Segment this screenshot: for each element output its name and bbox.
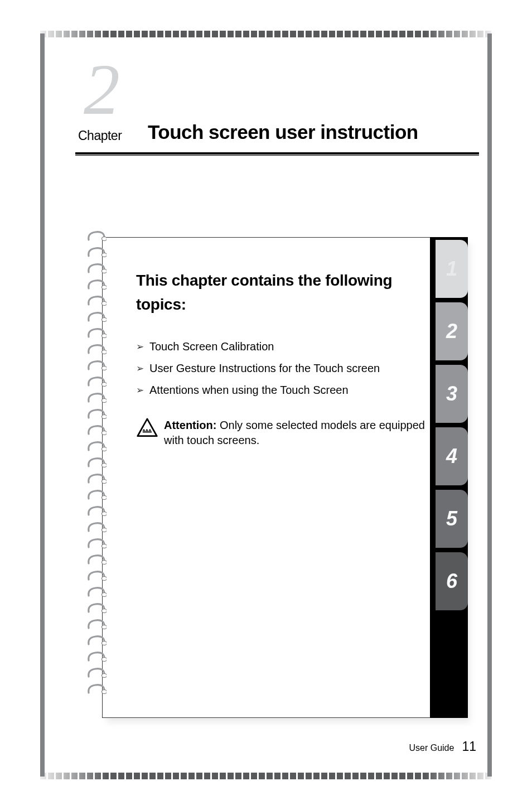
spiral-ring-icon: [86, 667, 107, 681]
svg-point-21: [102, 561, 107, 565]
spiral-ring-icon: [86, 424, 107, 438]
svg-point-2: [102, 253, 107, 257]
spiral-ring-icon: [86, 327, 107, 341]
spiral-ring-icon: [86, 553, 107, 568]
svg-point-8: [102, 350, 107, 354]
svg-point-11: [102, 399, 107, 403]
title-underline: [75, 152, 479, 156]
footer-guide-label: User Guide: [409, 743, 454, 753]
svg-point-6: [102, 318, 107, 322]
bullet-arrow-icon: ➢: [136, 339, 144, 356]
spiral-binding: [86, 230, 107, 724]
bullet-arrow-icon: ➢: [136, 360, 144, 378]
chapter-tab-4[interactable]: 4: [436, 427, 468, 485]
svg-point-23: [102, 593, 107, 597]
spiral-ring-icon: [86, 683, 107, 697]
spiral-ring-icon: [86, 262, 107, 277]
svg-point-14: [102, 447, 107, 451]
attention-block: Attention: Only some selected models are…: [136, 418, 441, 448]
chapter-number-large: 2: [84, 53, 120, 126]
chapter-tab-6[interactable]: 6: [436, 552, 468, 610]
spiral-ring-icon: [86, 537, 107, 552]
spiral-ring-icon: [86, 472, 107, 487]
svg-point-15: [102, 464, 107, 467]
spiral-ring-icon: [86, 311, 107, 325]
spiral-ring-icon: [86, 359, 107, 374]
topics-heading: This chapter contains the following topi…: [136, 268, 441, 317]
topic-item-label: Attentions when using the Touch Screen: [149, 380, 349, 400]
spiral-ring-icon: [86, 489, 107, 503]
topic-item-label: User Gesture Instructions for the Touch …: [149, 358, 380, 378]
topic-list: ➢ Touch Screen Calibration ➢ User Gestur…: [136, 336, 441, 400]
attention-label: Attention:: [164, 419, 216, 431]
svg-point-9: [102, 367, 107, 370]
spiral-ring-icon: [86, 440, 107, 455]
chapter-tab-2[interactable]: 2: [436, 302, 468, 360]
svg-point-13: [102, 431, 107, 435]
svg-point-29: [102, 690, 107, 694]
bullet-arrow-icon: ➢: [136, 382, 144, 399]
topics-card: This chapter contains the following topi…: [102, 237, 468, 718]
svg-point-28: [102, 674, 107, 678]
svg-point-12: [102, 415, 107, 419]
spiral-ring-icon: [86, 586, 107, 600]
spiral-ring-icon: [86, 375, 107, 390]
list-item: ➢ Touch Screen Calibration: [136, 336, 441, 356]
svg-point-1: [102, 237, 107, 241]
svg-point-3: [102, 269, 107, 273]
chapter-label: Chapter: [78, 128, 122, 143]
spiral-ring-icon: [86, 456, 107, 471]
chapter-tabs-strip: 1 2 3 4 5 6: [430, 237, 468, 718]
spiral-ring-icon: [86, 246, 107, 261]
spiral-ring-icon: [86, 505, 107, 519]
svg-point-18: [102, 512, 107, 516]
spiral-ring-icon: [86, 230, 107, 244]
attention-text: Attention: Only some selected models are…: [164, 418, 441, 448]
spiral-ring-icon: [86, 602, 107, 616]
svg-point-27: [102, 658, 107, 662]
svg-point-25: [102, 625, 107, 629]
svg-point-7: [102, 334, 107, 338]
spiral-ring-icon: [86, 343, 107, 358]
svg-point-16: [102, 480, 107, 484]
svg-point-26: [102, 642, 107, 645]
attention-warning-icon: [136, 418, 158, 438]
chapter-tab-3[interactable]: 3: [436, 365, 468, 423]
footer-page-number: 11: [462, 739, 476, 754]
spiral-ring-icon: [86, 295, 107, 309]
chapter-tab-1[interactable]: 1: [436, 240, 468, 298]
svg-point-20: [102, 544, 107, 548]
list-item: ➢ Attentions when using the Touch Screen: [136, 380, 441, 400]
spiral-ring-icon: [86, 634, 107, 649]
svg-point-22: [102, 577, 107, 581]
svg-point-19: [102, 528, 107, 532]
list-item: ➢ User Gesture Instructions for the Touc…: [136, 358, 441, 378]
spiral-ring-icon: [86, 650, 107, 665]
svg-point-5: [102, 302, 107, 306]
spiral-ring-icon: [86, 408, 107, 422]
chapter-title: Touch screen user instruction: [148, 121, 418, 143]
spiral-ring-icon: [86, 278, 107, 293]
chapter-tab-5[interactable]: 5: [436, 490, 468, 548]
svg-point-10: [102, 383, 107, 387]
topic-item-label: Touch Screen Calibration: [149, 336, 274, 356]
topics-card-wrap: This chapter contains the following topi…: [102, 237, 468, 718]
spiral-ring-icon: [86, 392, 107, 406]
spiral-ring-icon: [86, 521, 107, 536]
content-area: 2 Chapter Touch screen user instruction …: [53, 45, 479, 765]
spiral-ring-icon: [86, 618, 107, 633]
svg-point-24: [102, 609, 107, 613]
svg-point-4: [102, 286, 107, 290]
page-footer: User Guide 11: [409, 739, 476, 754]
spiral-ring-icon: [86, 570, 107, 584]
svg-point-17: [102, 496, 107, 500]
